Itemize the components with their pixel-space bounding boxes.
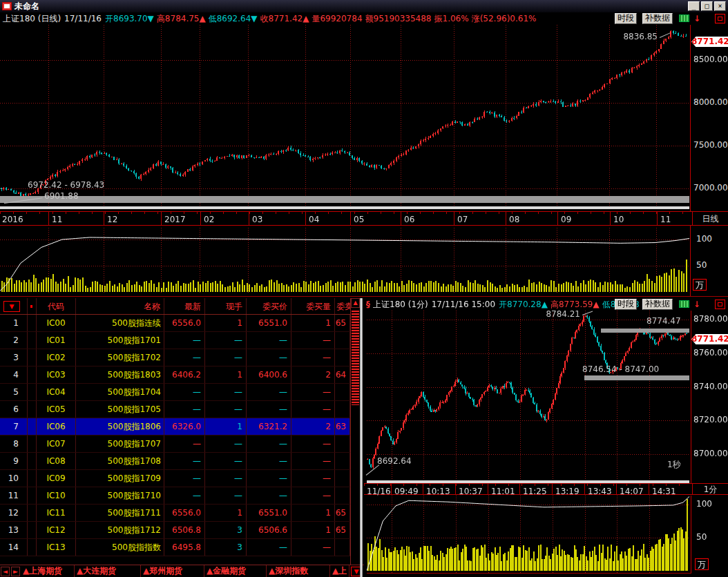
tab-scroll-left-icon[interactable]: ◄: [1, 567, 10, 576]
table-row-IC12[interactable]: 13IC12500股指17126506.836506.6165: [0, 522, 350, 539]
minute-indicator-axis-line: [691, 496, 691, 574]
red-down-arrow-icon[interactable]: ↓: [693, 14, 700, 23]
minimize-button[interactable]: _: [688, 1, 700, 11]
bid-volume: —: [291, 453, 335, 469]
red-down-arrow-icon[interactable]: ↓: [693, 300, 700, 309]
daily-indicator-chart[interactable]: [0, 228, 689, 293]
chip-icon[interactable]: [679, 300, 689, 308]
table-row-IC04[interactable]: 5IC04500股指1704————: [0, 384, 350, 401]
row-number: 13: [0, 522, 28, 538]
bid-volume: —: [291, 470, 335, 487]
market-tab-5[interactable]: ▲深圳指数: [267, 565, 330, 577]
daily-timeframe-button[interactable]: 时段: [615, 13, 637, 24]
market-tab-3[interactable]: ▲郑州期货: [141, 565, 204, 577]
table-row-IC09[interactable]: 10IC09500股指1709————: [0, 470, 350, 487]
table-row-IC11[interactable]: 12IC11500股指17116556.016551.0165: [0, 505, 350, 522]
column-header-2[interactable]: 名称: [76, 298, 164, 314]
axis-separator: [584, 484, 585, 494]
bid-volume: —: [291, 539, 335, 556]
minute-indicator-chart[interactable]: [367, 496, 689, 573]
market-tab-4[interactable]: ▲金融期货: [204, 565, 267, 577]
last-price: —: [164, 349, 205, 366]
column-menu-button[interactable]: ▼: [3, 301, 20, 312]
chip-icon[interactable]: [679, 14, 689, 22]
column-header-1[interactable]: 代码: [37, 298, 76, 314]
daily-chart-scrollbar[interactable]: [0, 206, 689, 209]
column-header-3[interactable]: 最新: [164, 298, 205, 314]
market-tab-1[interactable]: ▲上海期货: [21, 565, 75, 577]
window-titlebar[interactable]: 未命名 _ □ ×: [0, 0, 728, 12]
minute-low-annotation: 8692.64: [377, 456, 412, 466]
minute-pane-maximize-icon[interactable]: [715, 300, 725, 309]
axis-label: 06: [404, 215, 414, 224]
contract-name: 500股指1709: [76, 470, 164, 487]
pane-divider[interactable]: [360, 298, 363, 577]
row-number: 9: [0, 453, 28, 469]
axis-label: 05: [354, 215, 364, 224]
axis-label: 11: [52, 215, 62, 224]
bid-volume: 1: [291, 315, 335, 331]
bid-price: 6551.0: [247, 505, 291, 521]
bid-volume: 1: [291, 522, 335, 538]
table-row-IC02[interactable]: 3IC02500股指1702————: [0, 349, 350, 366]
daily-period-label[interactable]: 日线: [692, 211, 728, 226]
contract-name: 500股指1704: [76, 384, 164, 400]
last-price: —: [164, 384, 205, 400]
minute-symbol-label: 上证180 (1分): [373, 299, 428, 311]
table-row-IC08[interactable]: 9IC08500股指1708————: [0, 453, 350, 470]
row-number: 2: [0, 332, 28, 349]
draw-tool-icon[interactable]: §: [366, 300, 370, 309]
axis-separator: [506, 212, 506, 225]
current-volume: —: [205, 349, 247, 366]
bid-price: 6551.0: [247, 315, 291, 331]
table-row-IC10[interactable]: 11IC10500股指1710————: [0, 487, 350, 505]
daily-pane-maximize-icon[interactable]: [715, 14, 725, 23]
row-number: 1: [0, 315, 28, 331]
current-volume: 1: [205, 418, 247, 435]
column-header-7[interactable]: 委卖: [335, 298, 350, 314]
table-row-IC00[interactable]: 1IC00500股指连续6556.016551.0165: [0, 315, 350, 332]
scrollbar-thumb[interactable]: [352, 311, 359, 405]
table-row-IC05[interactable]: 6IC05500股指1705————: [0, 401, 350, 418]
axis-separator: [48, 212, 49, 225]
column-header-6[interactable]: 委买量: [291, 298, 335, 314]
axis-separator: [423, 484, 423, 494]
last-price: 6406.2: [164, 366, 205, 383]
mid-divider: [0, 296, 728, 297]
table-row-IC07[interactable]: 8IC07500股指1707————: [0, 436, 350, 453]
contract-name: 500股指1710: [76, 487, 164, 504]
last-price: —: [164, 401, 205, 418]
ask-price: [335, 401, 350, 418]
close-button[interactable]: ×: [714, 1, 726, 11]
maximize-button[interactable]: □: [701, 1, 713, 11]
axis-separator: [616, 484, 617, 494]
minute-period-label[interactable]: 1分: [692, 483, 728, 495]
row-marker: [28, 349, 37, 366]
contract-name: 500股指1711: [76, 505, 164, 521]
contract-code: IC04: [37, 384, 76, 400]
contract-name: 500股指1708: [76, 453, 164, 469]
current-volume: —: [205, 453, 247, 469]
table-scrollbar[interactable]: ▲: [350, 298, 360, 565]
daily-low-annotation: 6901.88: [44, 191, 79, 201]
tab-scroll-right-icon[interactable]: ►: [11, 567, 20, 576]
market-tab-2[interactable]: ▲大连期货: [75, 565, 141, 577]
axis-label: 10:37: [459, 487, 483, 496]
column-header-5[interactable]: 委买价: [247, 298, 291, 314]
daily-fill-data-button[interactable]: 补数据: [642, 13, 673, 24]
minute-candle-chart[interactable]: [367, 311, 689, 480]
contract-name: 500股指1705: [76, 401, 164, 418]
axis-label: 14:07: [620, 487, 644, 496]
column-header-4[interactable]: 现手: [205, 298, 247, 314]
minute-fill-data-button[interactable]: 补数据: [642, 299, 673, 310]
scrollbar-up-icon[interactable]: ▲: [351, 298, 360, 308]
table-row-IC06[interactable]: 7IC06500股指18066326.016321.2263: [0, 418, 350, 436]
table-row-IC01[interactable]: 2IC01500股指1701————: [0, 332, 350, 349]
table-row-IC13[interactable]: 14IC13500股指指数6495.83——: [0, 539, 350, 556]
contract-code: IC05: [37, 401, 76, 418]
daily-price-tag: 8771.42: [691, 37, 728, 47]
table-row-IC03[interactable]: 4IC03500股指18036406.216400.6264: [0, 366, 350, 384]
contract-code: IC03: [37, 366, 76, 383]
minute-timeframe-button[interactable]: 时段: [615, 299, 637, 310]
market-tab-6[interactable]: ▲上: [330, 565, 349, 577]
